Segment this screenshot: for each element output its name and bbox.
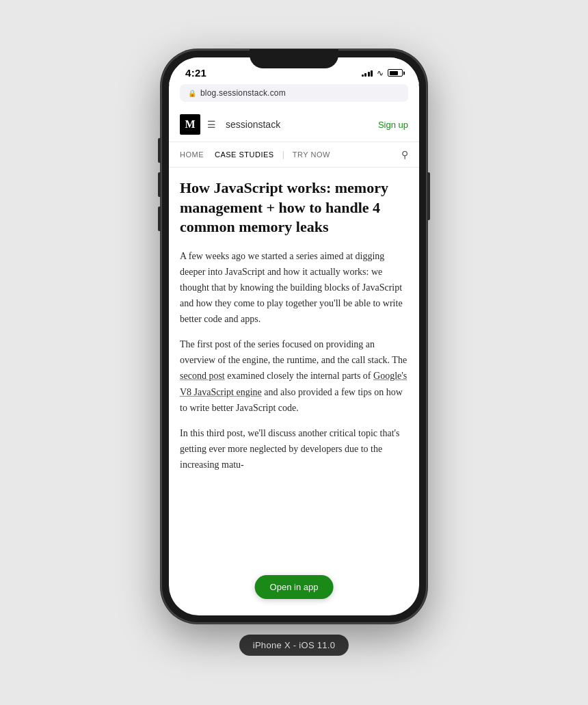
battery-icon — [388, 69, 403, 77]
header-left: M ☰ sessionstack — [180, 114, 280, 135]
signal-bar-3 — [368, 72, 370, 77]
hamburger-icon[interactable]: ☰ — [207, 119, 216, 130]
signal-bar-4 — [371, 70, 373, 77]
signal-bar-2 — [364, 73, 366, 77]
search-icon[interactable]: ⚲ — [401, 149, 408, 160]
wifi-icon: ∿ — [377, 68, 384, 78]
signal-bars-icon — [362, 69, 373, 77]
article-body: A few weeks ago we started a series aime… — [180, 248, 408, 473]
status-icons: ∿ — [362, 68, 403, 78]
signup-button[interactable]: Sign up — [378, 120, 408, 130]
article-paragraph-2: The first post of the series focused on … — [180, 336, 408, 415]
nav-divider: | — [282, 150, 284, 159]
nav-bar: HOME CASE STUDIES | TRY NOW ⚲ — [169, 142, 419, 168]
article-title: How JavaScript works: memory management … — [180, 178, 408, 237]
site-header: M ☰ sessionstack Sign up — [169, 107, 419, 142]
open-in-app-button[interactable]: Open in app — [255, 575, 334, 599]
battery-fill — [390, 71, 399, 75]
nav-item-case-studies[interactable]: CASE STUDIES — [209, 148, 280, 161]
site-name: sessionstack — [226, 119, 280, 130]
article-paragraph-3: In this third post, we'll discuss anothe… — [180, 425, 408, 473]
url-text: blog.sessionstack.com — [200, 88, 286, 98]
phone-screen: 4:21 ∿ 🔒 blog.sessionsta — [169, 57, 419, 615]
status-time: 4:21 — [185, 67, 206, 79]
url-bar[interactable]: 🔒 blog.sessionstack.com — [180, 84, 408, 102]
article-paragraph-1: A few weeks ago we started a series aime… — [180, 248, 408, 327]
device-label: iPhone X - iOS 11.0 — [239, 635, 349, 656]
phone-wrapper: 4:21 ∿ 🔒 blog.sessionsta — [161, 49, 427, 656]
article-content: How JavaScript works: memory management … — [169, 168, 419, 615]
lock-icon: 🔒 — [188, 90, 196, 97]
notch — [250, 49, 338, 68]
phone-frame: 4:21 ∿ 🔒 blog.sessionsta — [161, 49, 427, 624]
signal-bar-1 — [362, 75, 364, 77]
nav-item-home[interactable]: HOME — [180, 148, 209, 161]
nav-item-try-now[interactable]: TRY NOW — [287, 148, 336, 161]
medium-logo: M — [180, 114, 200, 135]
content-area: M ☰ sessionstack Sign up HOME CASE STUDI… — [169, 107, 419, 615]
